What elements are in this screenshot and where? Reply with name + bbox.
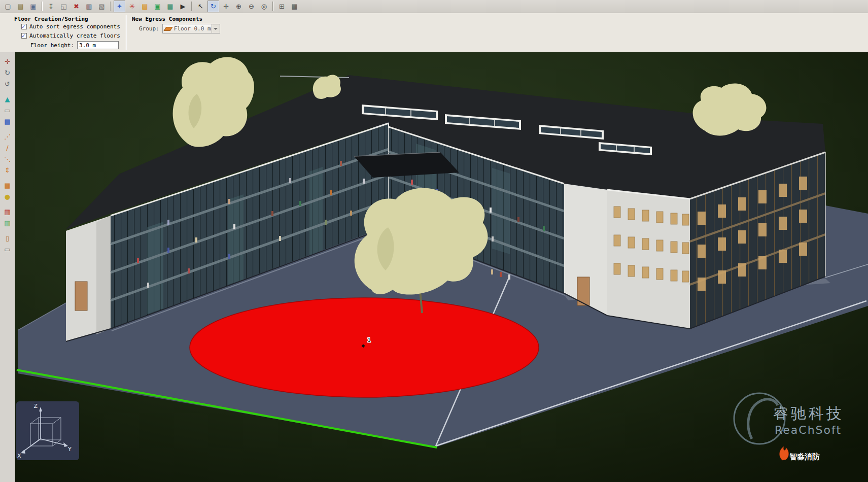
drawing-button[interactable]: ▣ [152, 1, 163, 12]
ramp-tool-button[interactable]: ∕ [2, 143, 13, 153]
orbit-icon: ↻ [211, 3, 216, 10]
measure-region-icon: ▦ [4, 220, 10, 226]
refine-mesh-tool-button[interactable]: ▦ [2, 206, 13, 217]
floors-icon: ▤ [142, 3, 148, 10]
right-section-wall [607, 190, 690, 329]
elevator-tool-button[interactable]: ⇕ [2, 165, 13, 175]
import-icon: ↧ [48, 3, 54, 10]
copy-button[interactable]: ▥ [83, 1, 95, 12]
measure-region-tool-button[interactable]: ▦ [2, 218, 13, 228]
snap-point-icon: ⊞ [279, 3, 285, 10]
paste-icon: ▧ [98, 3, 105, 10]
auto-create-checkbox[interactable] [21, 33, 27, 39]
axis-x-label: X [17, 453, 21, 459]
cert-text: 智淼消防 [789, 452, 820, 461]
save-icon: ▣ [30, 3, 36, 10]
application-window: { "window": { "background": "#d6d3ce" },… [0, 0, 868, 482]
exit-door-icon: ▯ [6, 235, 9, 242]
movie-button[interactable]: ▶ [177, 1, 189, 12]
move-object-icon: ✛ [5, 58, 10, 65]
cone-marker-tool-button[interactable]: ▲ [2, 94, 13, 104]
new-icon: ▢ [5, 3, 11, 10]
navigate-view-button[interactable]: ✦ [114, 1, 125, 12]
obstruction-icon: ▦ [4, 182, 10, 189]
group-value: Floor 0.0 m [174, 25, 212, 32]
orbit-view-icon: ↻ [5, 70, 10, 76]
zoom-fit-button[interactable]: ◎ [258, 1, 270, 12]
save-button[interactable]: ▣ [27, 1, 39, 12]
floors-button[interactable]: ▤ [139, 1, 151, 12]
occupant-icon: ● [5, 193, 10, 200]
viewport-3d[interactable]: 1 [15, 52, 868, 482]
rotate-object-icon: ↺ [5, 81, 10, 87]
occupant-tool-button[interactable]: ● [2, 191, 13, 201]
orbit-view-tool-button[interactable]: ↻ [2, 67, 13, 78]
drawing-icon: ▣ [154, 3, 160, 10]
capture-icon: ◱ [60, 3, 66, 10]
group-label: Group: [139, 25, 159, 32]
auto-create-label: Automatically create floors [29, 32, 120, 39]
rotate-object-tool-button[interactable]: ↺ [2, 79, 13, 89]
zoom-in-icon: ⊕ [236, 3, 241, 10]
toolbar-separator [191, 2, 192, 11]
floor-height-input[interactable] [77, 41, 119, 49]
tool-sidebar: ✛↻↺▲▭▤⋰∕⋱⇕▦●▦▦▯▭ [0, 52, 15, 482]
room-icon: ▭ [4, 107, 10, 114]
auto-create-row[interactable]: Automatically create floors [21, 32, 120, 39]
auto-sort-checkbox[interactable] [21, 24, 27, 29]
toolbar-separator [42, 2, 43, 11]
floor-height-label: Floor height: [30, 42, 74, 49]
dropdown-arrow-icon[interactable] [212, 24, 220, 33]
delete-results-icon: ✖ [74, 3, 79, 10]
copy-icon: ▥ [86, 3, 92, 10]
orbit-button[interactable]: ↻ [207, 1, 219, 12]
select-button[interactable]: ↖ [195, 1, 206, 12]
cone-marker-icon: ▲ [5, 96, 10, 102]
door-tool-button[interactable]: ▤ [2, 116, 13, 126]
zoom-out-button[interactable]: ⊖ [246, 1, 257, 12]
pan-button[interactable]: ✛ [220, 1, 232, 12]
new-egress-panel: New Egress Components Group: Floor 0.0 m [132, 13, 249, 52]
axis-z-label: Z [33, 403, 38, 409]
snap-point-button[interactable]: ⊞ [276, 1, 288, 12]
exit-door [75, 282, 87, 311]
room-tool-button[interactable]: ▭ [2, 105, 13, 115]
grid-button[interactable]: ▦ [289, 1, 300, 12]
new-button[interactable]: ▢ [2, 1, 14, 12]
select-icon: ↖ [198, 3, 203, 10]
movie-icon: ▶ [181, 3, 186, 10]
floor-icon [163, 27, 172, 31]
assembly-area[interactable]: 1 [190, 298, 539, 397]
scene-3d[interactable]: 1 [15, 52, 868, 482]
zoom-fit-icon: ◎ [261, 3, 267, 10]
toolbar-separator [110, 2, 111, 11]
floor-creation-panel: Floor Creation/Sorting Auto sort egress … [14, 13, 123, 52]
delete-results-button[interactable]: ✖ [71, 1, 82, 12]
navigate-view-icon: ✦ [117, 3, 122, 10]
exit-door-tool-button[interactable]: ▯ [2, 233, 13, 243]
results-button[interactable]: ✳ [126, 1, 138, 12]
watermark-company-cn: 睿驰科技 [773, 404, 844, 422]
obstruction-tool-button[interactable]: ▦ [2, 180, 13, 190]
measure-icon: ▭ [4, 246, 10, 253]
axis-y-label: Y [67, 446, 72, 453]
axis-gizmo[interactable]: Z Y X [16, 401, 79, 460]
escalator-tool-button[interactable]: ⋱ [2, 154, 13, 164]
grid-icon: ▦ [291, 3, 297, 10]
group-dropdown[interactable]: Floor 0.0 m [162, 24, 220, 33]
new-egress-title: New Egress Components [132, 16, 202, 22]
auto-sort-row[interactable]: Auto sort egress components [21, 23, 120, 30]
paste-button[interactable]: ▧ [96, 1, 108, 12]
refine-mesh-icon: ▦ [4, 209, 10, 215]
import-button[interactable]: ↧ [45, 1, 57, 12]
open-button[interactable]: ▤ [15, 1, 26, 12]
zoom-in-button[interactable]: ⊕ [233, 1, 245, 12]
move-object-tool-button[interactable]: ✛ [2, 56, 13, 66]
stairs-tool-button[interactable]: ⋰ [2, 131, 13, 142]
floor-height-row: Floor height: [30, 41, 119, 49]
terrain-button[interactable]: ▦ [164, 1, 176, 12]
measure-tool-button[interactable]: ▭ [2, 244, 13, 254]
elevator-icon: ⇕ [5, 167, 10, 174]
capture-button[interactable]: ◱ [58, 1, 70, 12]
panel-separator [126, 15, 127, 50]
